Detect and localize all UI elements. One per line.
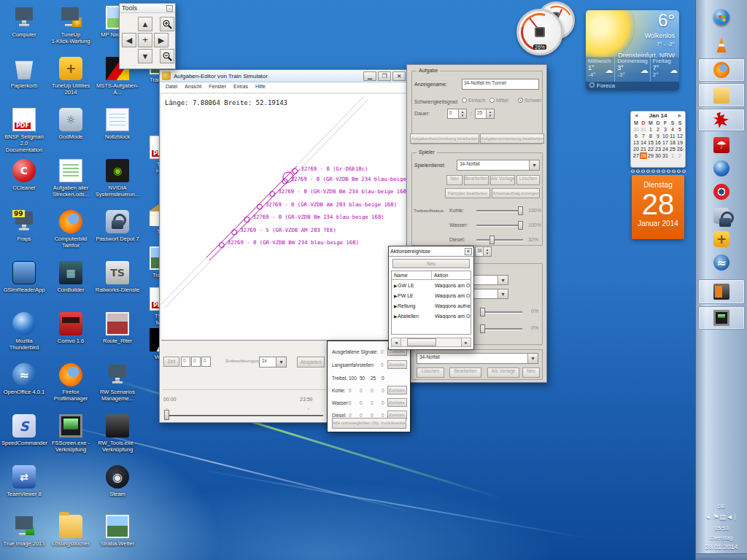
dauer-minutes-spinner[interactable]: 25 [475,109,495,119]
fahrplan-button[interactable]: Fahrplan bearbeiten [445,188,490,198]
accel-dropdown[interactable]: 1x [259,357,287,368]
aktion-row-pw-le[interactable]: ▶PW LEWaggons am O [392,290,471,300]
desktop-icon-papierkorb[interactable]: Papierkorb [1,57,47,89]
time-field-3[interactable]: 0 [201,357,211,367]
aktion-neu-button[interactable]: Neu [392,259,470,268]
aufgabeneinweisung-button[interactable]: Aufgabeneinweisung bearbeiten [480,133,544,144]
time-field-1[interactable]: 0 [181,357,190,367]
bottom-vorlage-button[interactable]: Als Vorlage [487,368,519,378]
kohle-slider[interactable] [476,206,523,215]
menu-datei[interactable]: Datei [166,84,177,93]
weather-gadget[interactable]: 6° Wolkenlos 7° - -2° Drensteinfurt, NRW… [586,10,679,90]
maximize-button[interactable]: ❐ [378,71,391,81]
aktion-col-name[interactable]: Name [392,271,432,279]
taskbar-firefox-icon[interactable] [698,58,745,82]
aktion-row-gw-le[interactable]: ▶GW LEWaggons am O [392,280,471,290]
pan-up-button[interactable]: ▲ [138,17,152,31]
menu-hilfe[interactable]: Hilfe [255,84,266,93]
close-button[interactable]: ✕ [392,71,406,81]
desktop-icon-firefox-profilmanager[interactable]: Firefox Profilmanager [48,363,93,402]
desktop-icon-route-riter[interactable]: Route_Riter [95,312,140,344]
desktop-icon-openoffice-4-0-1[interactable]: ≈OpenOffice 4.0.1 [1,363,47,395]
taskbar-start-orb[interactable] [698,6,745,29]
pan-down-button[interactable]: ▼ [138,49,152,63]
timeline-thumb[interactable] [164,410,169,420]
tearoff-calendar-gadget[interactable]: Dienstag 28 Januar 2014 [632,175,684,239]
reset-row-button[interactable]: Zurücks. [387,398,407,407]
aufgabenbeschreibung-button[interactable]: Aufgabenbeschreibung bearbeiten [410,133,479,144]
desktop-icon-fsscreen-exe-verkn-pfung[interactable]: FSScreen.exe - Verknüpfung [48,414,93,453]
volume-icon[interactable]: ◄) [727,513,737,521]
taskbar-password-depot-icon[interactable] [698,205,745,227]
taskbar-avira-icon[interactable]: ☂ [698,134,745,156]
zeit-button[interactable]: Zeit [163,357,179,367]
desktop-icon-tuneup-1-klick-wartung[interactable]: TuneUp 1-Klick-Wartung [48,6,93,44]
language-indicator[interactable]: DE [696,502,747,511]
action-center-icon[interactable]: ⚑ [713,513,719,521]
calendar-prev-icon[interactable]: ◄ [633,112,639,119]
taskbar-explorer-icon[interactable] [698,83,745,107]
taskbar-thunderbird-icon[interactable] [698,158,745,179]
taskbar-tuneup-icon[interactable]: + [698,228,745,250]
spieler-bearbeiten-button[interactable]: Bearbeiten [464,175,489,185]
spieler-loeschen-button[interactable]: Löschen [516,175,540,185]
arbeitsauftrag-button[interactable]: Arbeitsauftrag anzeigen [492,188,540,198]
reset-all-button[interactable]: Alle unbeweglichen Obj. zurücksetzen [332,418,406,429]
desktop-icon-notizblock[interactable]: Notizblock [95,108,140,140]
pan-right-button[interactable]: ▶ [154,33,169,47]
desktop-icon-speedcommander[interactable]: SSpeedCommander [1,414,47,446]
bottom-bearbeiten-button[interactable]: Bearbeiten [449,368,481,378]
menu-ansicht[interactable]: Ansicht [185,84,201,93]
radio-einfach[interactable]: Einfach [462,98,485,103]
desktop-icon-aufgaben-aller-strecken-ods[interactable]: Aufgaben aller Strecken.ods... [48,159,93,198]
track-map[interactable]: Länge: 7.88064 Breite: 52.19143 32769 - … [161,94,406,341]
aktion-titlebar[interactable]: Aktionsereignisse ✕ [389,246,473,257]
pan-center-button[interactable]: + [138,33,152,47]
desktop-icon-rw-scenarios-manageme[interactable]: RW Scenarios Manageme... [95,363,140,402]
taskbar-openoffice-icon[interactable]: ≈ [698,252,745,273]
desktop-icon-computerbild-tamfox[interactable]: Computerbild Tamfox [48,210,93,249]
desktop-icon-bnsf-seligman-2-0-documentation[interactable]: PDFBNSF Seligman 2.0 Documentation [1,108,47,153]
dauer-hours-spinner[interactable]: 0 [447,109,467,119]
spieler-vorlage-button[interactable]: Als Vorlage [490,175,515,185]
zoom-in-button[interactable] [160,17,174,31]
anzeigename-input[interactable]: 34-Notfall im Tunnel [462,79,539,90]
scroll-left-icon[interactable]: ◂ [392,338,401,346]
spieler-neu-button[interactable]: Neu [446,175,462,185]
menu-fenster[interactable]: Fenster [209,84,226,93]
network-icon[interactable]: ▤ [719,513,727,521]
mid-slider-1[interactable] [480,308,522,316]
aktion-col-aktion[interactable]: Aktion [432,271,471,279]
tray-icons[interactable]: ◂ ⚑▤◄) [696,513,747,522]
aktion-hscrollbar[interactable]: ◂ ▸ [391,338,471,347]
minimize-button[interactable]: ▁ [363,71,376,81]
time-field-2[interactable]: 0 [191,357,201,367]
desktop-icon-godmode[interactable]: ☼GodMode [48,108,93,140]
taskbar-bayern-icon[interactable] [698,181,745,203]
menu-extras[interactable]: Extras [233,84,248,93]
desktop-icon-comvo-1-6[interactable]: Comvo 1.6 [48,312,93,344]
show-hidden-icons[interactable]: ◂ [706,513,711,521]
desktop-icon-mozilla-thunderbird[interactable]: Mozilla Thunderbird [1,312,47,351]
tools-collapse-icon[interactable]: ▫ [166,5,173,12]
play-button[interactable]: Abspielen [297,357,325,368]
desktop-icon-teamviewer-8[interactable]: ⇄TeamViewer 8 [1,465,47,497]
diesel-slider[interactable] [476,236,523,244]
timeline-track[interactable] [166,415,323,416]
desktop-icon-railworks-dienste[interactable]: TSRailworks-Dienste [95,261,140,293]
radio-schwer[interactable]: Schwer [518,98,541,103]
clock-time[interactable]: 15:53 [696,524,747,533]
aktion-row-abstellen[interactable]: ▶AbstellenWaggons am O [392,311,471,321]
scroll-right-icon[interactable]: ▸ [461,338,471,346]
bottom-dropdown[interactable]: 34-Notfall [417,353,538,364]
bottom-loeschen-button[interactable]: Löschen [417,368,444,378]
desktop-icon-fraps[interactable]: 99Fraps [1,210,47,242]
show-desktop-button[interactable] [696,553,747,560]
taskbar-vlc-icon[interactable] [698,34,745,55]
aktion-close-icon[interactable]: ✕ [465,248,472,255]
desktop-icon-computer[interactable]: Computer [1,6,47,38]
desktop-icon-true-image-2013[interactable]: True Image 2013 [1,515,47,547]
desktop-icon-passwort-depot-7[interactable]: Passwort Depot 7 [95,210,140,242]
reset-row-button[interactable]: Zurücks. [387,386,407,394]
desktop-icon-straba-wetter[interactable]: Straba-Wetter [95,515,140,547]
